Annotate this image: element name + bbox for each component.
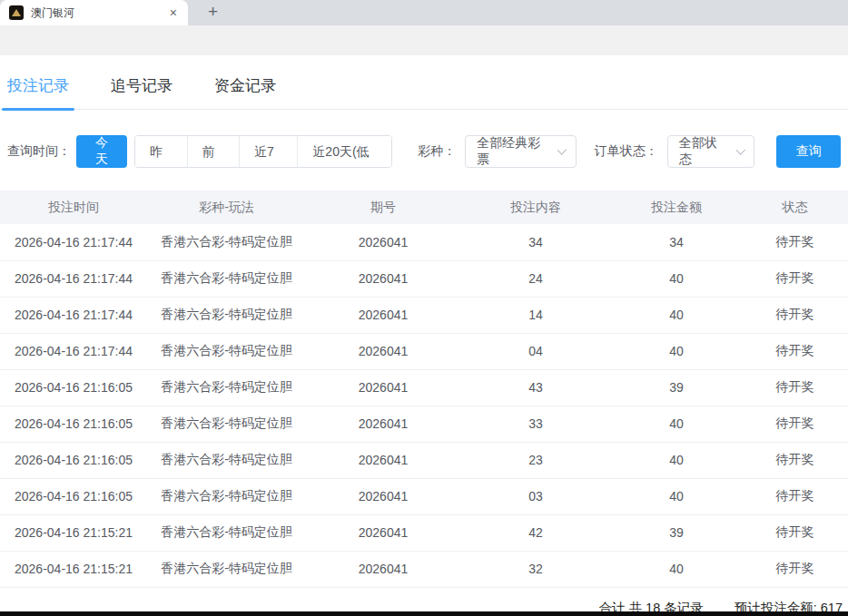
time-option-today[interactable]: 今天 <box>76 135 127 168</box>
table-row: 2026-04-16 21:17:44 香港六合彩-特码定位胆 2026041 … <box>0 297 848 333</box>
cell-bet-content: 34 <box>460 224 611 260</box>
lottery-type-select[interactable]: 全部经典彩票 <box>465 135 577 168</box>
cell-lottery-play: 香港六合彩-特码定位胆 <box>147 406 306 442</box>
cell-status: 待开奖 <box>742 333 848 369</box>
cell-status: 待开奖 <box>742 478 848 514</box>
column-header-bet-time: 投注时间 <box>0 191 147 224</box>
cell-bet-time: 2026-04-16 21:16:05 <box>0 369 147 406</box>
table-row: 2026-04-16 21:15:21 香港六合彩-特码定位胆 2026041 … <box>0 551 848 587</box>
lottery-type-value: 全部经典彩票 <box>477 135 547 168</box>
cell-issue-number: 2026041 <box>306 551 460 587</box>
order-status-select[interactable]: 全部状态 <box>667 135 755 168</box>
cell-bet-content: 32 <box>460 551 611 587</box>
cell-status: 待开奖 <box>742 406 848 442</box>
column-header-lottery-play: 彩种-玩法 <box>147 191 306 224</box>
cell-lottery-play: 香港六合彩-特码定位胆 <box>147 514 306 551</box>
browser-toolbar-strip <box>0 25 848 55</box>
tab-chase-records[interactable]: 追号记录 <box>111 75 173 109</box>
time-option-yesterday[interactable]: 昨天 <box>135 136 187 167</box>
order-status-value: 全部状态 <box>679 135 725 168</box>
cell-issue-number: 2026041 <box>306 297 460 333</box>
time-option-group: 昨天 前天 近7天 近20天(低频) <box>134 135 392 168</box>
cell-issue-number: 2026041 <box>306 224 460 260</box>
tab-close-icon[interactable]: × <box>166 5 181 21</box>
cell-issue-number: 2026041 <box>306 260 460 297</box>
table-row: 2026-04-16 21:16:05 香港六合彩-特码定位胆 2026041 … <box>0 442 848 478</box>
cell-lottery-play: 香港六合彩-特码定位胆 <box>147 297 306 333</box>
cell-bet-amount: 39 <box>611 514 742 551</box>
table-row: 2026-04-16 21:17:44 香港六合彩-特码定位胆 2026041 … <box>0 260 848 297</box>
query-button[interactable]: 查询 <box>776 135 841 168</box>
cell-status: 待开奖 <box>742 260 848 297</box>
lottery-type-label: 彩种： <box>418 143 456 160</box>
table-row: 2026-04-16 21:15:21 香港六合彩-特码定位胆 2026041 … <box>0 514 848 551</box>
chevron-down-icon <box>557 145 567 155</box>
cell-bet-amount: 34 <box>611 224 742 260</box>
cell-bet-time: 2026-04-16 21:16:05 <box>0 442 147 478</box>
browser-tab[interactable]: 澳门银河 × <box>0 0 188 25</box>
cell-bet-time: 2026-04-16 21:16:05 <box>0 478 147 514</box>
cell-bet-time: 2026-04-16 21:17:44 <box>0 297 147 333</box>
bet-records-table: 投注时间 彩种-玩法 期号 投注内容 投注金额 状态 2026-04-16 21… <box>0 191 848 588</box>
table-row: 2026-04-16 21:17:44 香港六合彩-特码定位胆 2026041 … <box>0 224 848 260</box>
column-header-status: 状态 <box>742 191 848 224</box>
cell-lottery-play: 香港六合彩-特码定位胆 <box>147 551 306 587</box>
table-row: 2026-04-16 21:16:05 香港六合彩-特码定位胆 2026041 … <box>0 369 848 406</box>
cell-issue-number: 2026041 <box>306 369 460 406</box>
browser-tab-title: 澳门银河 <box>31 5 159 21</box>
cell-issue-number: 2026041 <box>306 333 460 369</box>
tab-bet-records[interactable]: 投注记录 <box>7 75 69 109</box>
cell-bet-time: 2026-04-16 21:15:21 <box>0 551 147 587</box>
cell-bet-content: 14 <box>460 297 611 333</box>
time-option-20days[interactable]: 近20天(低频) <box>297 136 391 167</box>
cell-bet-content: 43 <box>460 369 611 406</box>
cell-bet-content: 42 <box>460 514 611 551</box>
cell-bet-amount: 39 <box>611 369 742 406</box>
cell-bet-amount: 40 <box>611 297 742 333</box>
cell-lottery-play: 香港六合彩-特码定位胆 <box>147 224 306 260</box>
cell-status: 待开奖 <box>742 442 848 478</box>
new-tab-button[interactable]: + <box>202 2 223 25</box>
site-favicon-icon <box>9 5 24 20</box>
cell-bet-amount: 40 <box>611 551 742 587</box>
cell-issue-number: 2026041 <box>306 442 460 478</box>
cell-status: 待开奖 <box>742 551 848 587</box>
cell-bet-amount: 40 <box>611 260 742 297</box>
time-option-day-before[interactable]: 前天 <box>187 136 240 167</box>
cell-lottery-play: 香港六合彩-特码定位胆 <box>147 478 306 514</box>
cell-bet-time: 2026-04-16 21:16:05 <box>0 406 147 442</box>
query-time-label: 查询时间： <box>7 143 71 160</box>
column-header-issue-number: 期号 <box>306 191 460 224</box>
cell-status: 待开奖 <box>742 369 848 406</box>
cell-bet-content: 33 <box>460 406 611 442</box>
table-header-row: 投注时间 彩种-玩法 期号 投注内容 投注金额 状态 <box>0 191 848 224</box>
cell-lottery-play: 香港六合彩-特码定位胆 <box>147 333 306 369</box>
cell-bet-amount: 40 <box>611 333 742 369</box>
cell-lottery-play: 香港六合彩-特码定位胆 <box>147 369 306 406</box>
cell-bet-time: 2026-04-16 21:17:44 <box>0 224 147 260</box>
browser-tab-bar: 澳门银河 × + <box>0 0 848 25</box>
cell-bet-amount: 40 <box>611 406 742 442</box>
cell-bet-content: 03 <box>460 478 611 514</box>
cell-bet-amount: 40 <box>611 442 742 478</box>
tab-fund-records[interactable]: 资金记录 <box>214 75 276 109</box>
column-header-bet-amount: 投注金额 <box>611 191 742 224</box>
table-row: 2026-04-16 21:16:05 香港六合彩-特码定位胆 2026041 … <box>0 478 848 514</box>
table-row: 2026-04-16 21:17:44 香港六合彩-特码定位胆 2026041 … <box>0 333 848 369</box>
filter-bar: 查询时间： 今天 昨天 前天 近7天 近20天(低频) 彩种： 全部经典彩票 订… <box>7 135 841 168</box>
record-nav-tabs: 投注记录 追号记录 资金记录 <box>0 55 848 110</box>
cell-bet-time: 2026-04-16 21:15:21 <box>0 514 147 551</box>
time-option-7days[interactable]: 近7天 <box>239 136 297 167</box>
cell-issue-number: 2026041 <box>306 514 460 551</box>
cell-status: 待开奖 <box>742 224 848 260</box>
table-row: 2026-04-16 21:16:05 香港六合彩-特码定位胆 2026041 … <box>0 406 848 442</box>
cell-bet-content: 24 <box>460 260 611 297</box>
chevron-down-icon <box>736 145 746 155</box>
order-status-label: 订单状态： <box>595 143 658 160</box>
cell-issue-number: 2026041 <box>306 478 460 514</box>
cell-bet-content: 23 <box>460 442 611 478</box>
records-tbody: 2026-04-16 21:17:44 香港六合彩-特码定位胆 2026041 … <box>0 224 848 587</box>
cell-bet-amount: 40 <box>611 478 742 514</box>
cell-lottery-play: 香港六合彩-特码定位胆 <box>147 260 306 297</box>
cell-status: 待开奖 <box>742 297 848 333</box>
